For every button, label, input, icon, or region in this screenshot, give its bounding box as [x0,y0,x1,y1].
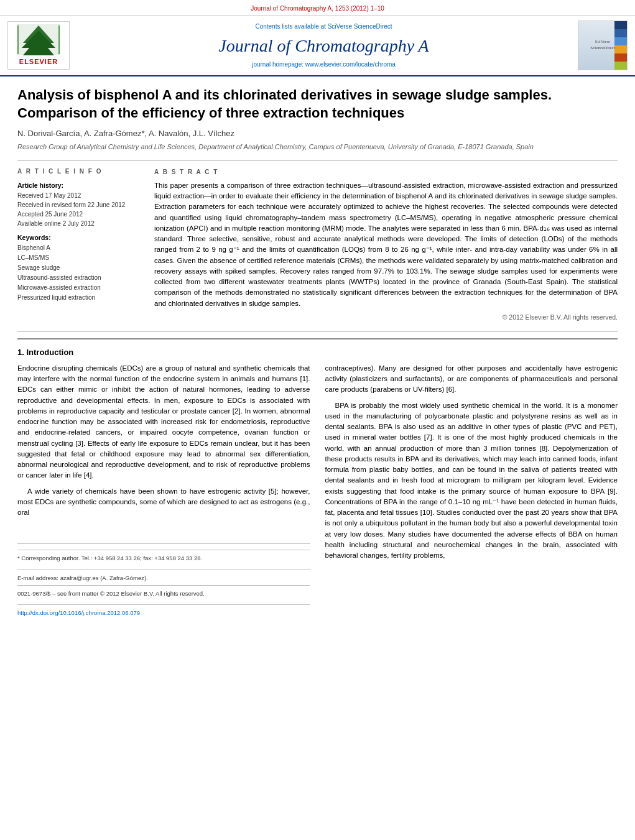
body-para-2: A wide variety of chemicals have been sh… [17,486,310,519]
elsevier-logo: ELSEVIER [7,21,70,70]
elsevier-text: ELSEVIER [19,57,58,67]
main-content: Analysis of bisphenol A and its chlorina… [0,76,635,627]
keyword-sewage: Sewage sludge [17,263,142,273]
top-header: Journal of Chromatography A, 1253 (2012)… [0,0,635,16]
body-left-column: Endocrine disrupting chemicals (EDCs) ar… [17,363,310,618]
right-logo: SciVerseScienceDirect [578,21,628,70]
affiliation: Research Group of Analytical Chemistry a… [17,142,618,152]
abstract-heading: A B S T R A C T [154,167,618,177]
journal-reference: Journal of Chromatography A, 1253 (2012)… [251,5,384,12]
keyword-bpa: Bisphenol A [17,243,142,253]
footnote-section: * Corresponding author. Tel.: +34 958 24… [17,543,310,617]
article-info-column: A R T I C L E I N F O Article history: R… [17,167,142,323]
homepage-link: journal homepage: www.elsevier.com/locat… [78,60,569,69]
online-date: Available online 2 July 2012 [17,219,142,228]
keyword-pressurized: Pressurized liquid extraction [17,293,142,303]
keyword-ultrasound: Ultrasound-assisted extraction [17,273,142,283]
doi-link[interactable]: http://dx.doi.org/10.1016/j.chroma.2012.… [17,609,140,616]
keywords-list: Bisphenol A LC–MS/MS Sewage sludge Ultra… [17,243,142,303]
body-right-column: contraceptives). Many are designed for o… [325,363,618,618]
abstract-column: A B S T R A C T This paper presents a co… [154,167,618,323]
authors: N. Dorival-García, A. Zafra-Gómez*, A. N… [17,128,618,139]
keyword-microwave: Microwave-assisted extraction [17,283,142,293]
elsevier-tree-image [17,24,60,55]
body-para-1: Endocrine disrupting chemicals (EDCs) ar… [17,363,310,481]
accepted-date: Accepted 25 June 2012 [17,210,142,219]
body-right-para-2: BPA is probably the most widely used syn… [325,400,618,561]
footnote-doi: http://dx.doi.org/10.1016/j.chroma.2012.… [17,604,310,617]
journal-center-section: Contents lists available at SciVerse Sci… [78,22,569,69]
svg-rect-3 [35,48,42,54]
authors-text: N. Dorival-García, A. Zafra-Gómez*, A. N… [17,129,234,138]
sciverse-link-text[interactable]: SciVerse ScienceDirect [328,23,392,30]
article-title: Analysis of bisphenol A and its chlorina… [17,86,618,122]
body-right-para-1: contraceptives). Many are designed for o… [325,363,618,395]
body-two-columns: Endocrine disrupting chemicals (EDCs) ar… [17,363,618,618]
revised-date: Received in revised form 22 June 2012 [17,201,142,210]
body-section: 1. Introduction Endocrine disrupting che… [17,338,618,618]
homepage-url[interactable]: www.elsevier.com/locate/chroma [305,61,396,68]
abstract-text: This paper presents a comparison of thre… [154,180,618,309]
color-bars [614,21,627,70]
copyright-line: © 2012 Elsevier B.V. All rights reserved… [154,313,618,323]
keywords-label: Keywords: [17,233,142,242]
section1-title: 1. Introduction [17,347,618,358]
received-date: Received 17 May 2012 [17,192,142,200]
article-info-abstract-section: A R T I C L E I N F O Article history: R… [17,167,618,323]
footnote-issn: 0021-9673/$ – see front matter © 2012 El… [17,585,310,598]
sciverse-link: Contents lists available at SciVerse Sci… [78,22,569,31]
article-info-heading: A R T I C L E I N F O [17,167,142,176]
footnote-corresponding: * Corresponding author. Tel.: +34 958 24… [17,550,310,563]
journal-banner: ELSEVIER Contents lists available at Sci… [0,16,635,76]
keyword-lcmsms: LC–MS/MS [17,253,142,263]
divider-top [17,160,618,161]
divider-body [17,331,618,332]
history-label: Article history: [17,181,142,190]
section1-title-text: Introduction [26,348,73,357]
footnote-email: E-mail address: azafra@ugr.es (A. Zafra-… [17,570,310,583]
journal-title: Journal of Chromatography A [78,34,569,58]
footnote-email-text: E-mail address: azafra@ugr.es (A. Zafra-… [17,575,148,581]
section1-number: 1. [17,348,24,357]
